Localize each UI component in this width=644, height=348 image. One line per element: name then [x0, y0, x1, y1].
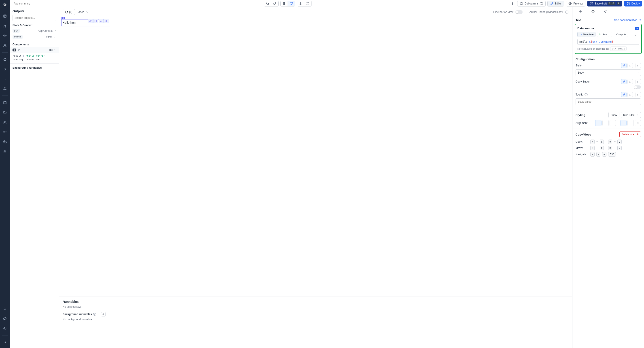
nav-folders-icon[interactable] — [1, 108, 9, 116]
debug-runs-button[interactable]: Debug runs (0) — [517, 1, 546, 6]
align-button[interactable] — [297, 1, 304, 6]
fullscreen-button[interactable] — [304, 1, 312, 6]
sel-anchor-button[interactable] — [98, 19, 104, 23]
sel-expand-button[interactable] — [93, 19, 98, 23]
outputs-search-input[interactable] — [12, 15, 56, 21]
refresh-button[interactable]: (0) — [62, 9, 75, 15]
see-documentation-link[interactable]: See documentation — [614, 18, 641, 22]
connect-button[interactable] — [634, 32, 639, 37]
no-bg-runnable-text: No background runnable — [62, 318, 106, 321]
style-select[interactable]: Body — [576, 69, 641, 76]
undo-button[interactable] — [264, 1, 271, 6]
align-left-button[interactable] — [595, 120, 602, 126]
nav-discord-icon[interactable] — [1, 305, 9, 313]
editor-button[interactable]: Editor — [548, 1, 564, 6]
component-a-header[interactable]: a Text — [10, 47, 59, 53]
mode-eval-button[interactable]: Eval — [597, 32, 609, 37]
chevron-down-icon — [54, 30, 56, 32]
preview-label: Preview — [573, 2, 583, 5]
resize-handle[interactable] — [108, 25, 110, 27]
nav-settings-icon[interactable] — [1, 138, 9, 146]
desktop-viewport-button[interactable] — [288, 1, 295, 6]
tooltip-edit-button[interactable] — [621, 92, 626, 97]
once-label: once — [78, 10, 84, 14]
save-draft-button[interactable]: Save draft Ctrl S — [587, 1, 622, 6]
edit-icon[interactable] — [18, 48, 20, 51]
nav-home-icon[interactable] — [1, 55, 9, 63]
runnables-editor — [109, 297, 572, 348]
nav-collapse-icon[interactable] — [1, 338, 9, 346]
move-shortcut-label: Move: — [576, 146, 588, 150]
mobile-viewport-button[interactable] — [281, 1, 288, 6]
align-center-button[interactable] — [602, 120, 609, 126]
copybutton-edit-button[interactable] — [621, 79, 626, 84]
nav-resources-icon[interactable] — [1, 85, 9, 93]
add-component-tab[interactable] — [574, 7, 587, 16]
style-connect-button[interactable] — [636, 63, 641, 68]
align-middle-button[interactable] — [628, 120, 634, 126]
recompute-mode-dropdown[interactable]: once — [77, 9, 90, 15]
svg-point-26 — [512, 4, 513, 5]
layout-tools-group — [297, 1, 312, 6]
mode-compute-button[interactable]: Compute — [611, 32, 628, 37]
data-source-title: Data source — [577, 26, 594, 30]
nav-groups-icon[interactable] — [1, 118, 9, 126]
deploy-button[interactable]: Deploy — [624, 1, 642, 6]
save-draft-kbd-ctrl: Ctrl — [608, 2, 616, 5]
bg-runnables-title: Background runnables — [62, 313, 92, 316]
selected-text-component[interactable]: a Hello henri — [61, 19, 109, 26]
nav-audit-icon[interactable] — [1, 128, 9, 136]
nav-team-icon[interactable] — [1, 42, 9, 50]
svg-rect-17 — [4, 151, 6, 153]
info-icon[interactable] — [584, 93, 588, 96]
tooltip-input[interactable] — [576, 98, 641, 105]
ctx-row[interactable]: ctx App Context — [10, 28, 59, 34]
align-top-button[interactable] — [620, 120, 626, 126]
nav-variables-icon[interactable] — [1, 75, 9, 83]
nav-docs-icon[interactable] — [1, 295, 9, 303]
rich-editor-button[interactable]: Rich Editor — [621, 112, 641, 118]
copybutton-connect-button[interactable] — [636, 79, 641, 84]
app-canvas[interactable]: a Hello henri — [59, 17, 572, 296]
app-summary-input[interactable] — [12, 1, 65, 6]
redo-button[interactable] — [271, 1, 278, 6]
nav-star-icon[interactable] — [1, 32, 9, 40]
info-icon[interactable] — [565, 10, 569, 14]
show-button[interactable]: Show — [608, 112, 620, 118]
hide-bar-toggle[interactable] — [516, 10, 522, 14]
windmill-logo-icon[interactable] — [2, 1, 8, 8]
nav-user-icon[interactable] — [1, 22, 9, 30]
delete-button[interactable]: Delete ⌘ + — [620, 132, 641, 137]
props-header-title: Text — [576, 18, 582, 22]
state-row[interactable]: state State — [10, 34, 59, 40]
add-bg-runnable-button[interactable] — [101, 312, 106, 316]
data-source-expression-input[interactable]: Hello ${ctx.username} — [577, 39, 639, 45]
align-right-button[interactable] — [610, 120, 616, 126]
copy-shortcut-label: Copy: — [576, 140, 588, 143]
tooltip-connect-button[interactable] — [636, 92, 641, 97]
css-tab[interactable] — [599, 7, 612, 16]
style-edit-button[interactable] — [621, 63, 626, 68]
style-eval-button[interactable] — [628, 63, 633, 68]
mode-template-button[interactable]: Template — [577, 32, 596, 37]
nav-workspace-icon[interactable] — [1, 12, 9, 20]
nav-bot-icon[interactable] — [1, 148, 9, 156]
svg-marker-8 — [4, 68, 6, 70]
preview-button[interactable]: Preview — [566, 1, 586, 6]
nav-github-icon[interactable] — [1, 315, 9, 323]
nav-runs-icon[interactable] — [1, 65, 9, 73]
more-menu-button[interactable] — [510, 1, 516, 6]
align-bottom-button[interactable] — [634, 120, 641, 126]
nav-schedules-icon[interactable] — [1, 98, 9, 106]
svg-point-4 — [4, 25, 5, 26]
copy-button-toggle[interactable] — [634, 86, 641, 89]
nav-theme-icon[interactable] — [1, 324, 9, 332]
copybutton-eval-button[interactable] — [628, 79, 633, 84]
ctx-type: App Context — [38, 29, 52, 32]
component-settings-tab[interactable] — [587, 7, 599, 16]
styling-title: Styling — [576, 114, 585, 117]
info-icon[interactable] — [93, 312, 96, 316]
tooltip-eval-button[interactable] — [628, 92, 633, 97]
sel-move-button[interactable] — [104, 19, 109, 23]
sel-edit-button[interactable] — [88, 19, 93, 23]
